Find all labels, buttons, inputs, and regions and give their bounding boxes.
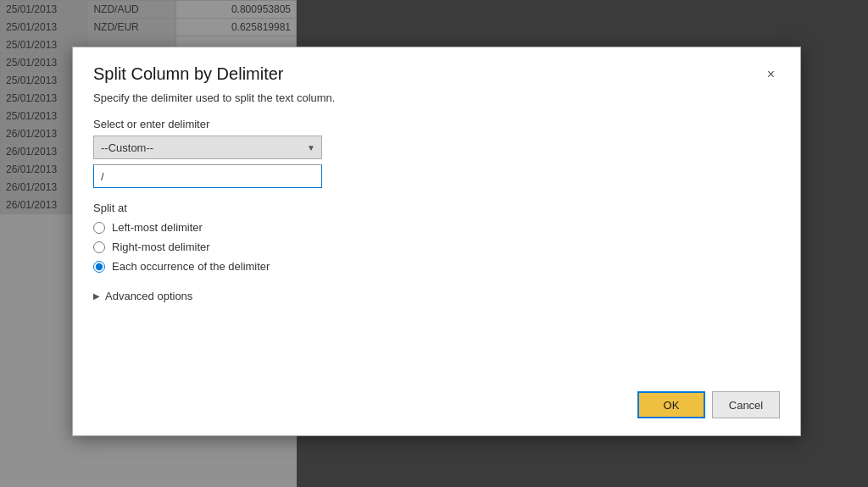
dialog-footer: OK Cancel [73,381,800,435]
dialog-title: Split Column by Delimiter [93,64,284,84]
radio-each-occurrence-label: Each occurrence of the delimiter [112,260,270,273]
delimiter-select-wrapper: --Custom-- [93,136,322,159]
delimiter-input[interactable] [93,164,322,188]
close-button[interactable]: × [762,64,780,85]
cancel-button[interactable]: Cancel [712,391,780,418]
advanced-options-toggle[interactable]: ▶ Advanced options [93,290,780,302]
dialog-header: Split Column by Delimiter × [73,47,800,91]
split-at-radio-group: Left-most delimiter Right-most delimiter… [93,221,780,273]
split-at-label: Split at [93,202,780,214]
delimiter-select[interactable]: --Custom-- [93,136,322,159]
dialog-subtitle: Specify the delimiter used to split the … [73,91,800,118]
radio-right-most-input[interactable] [93,241,105,253]
advanced-options-triangle-icon: ▶ [93,291,100,301]
radio-right-most[interactable]: Right-most delimiter [93,241,780,253]
radio-left-most[interactable]: Left-most delimiter [93,221,780,234]
radio-left-most-label: Left-most delimiter [112,221,203,234]
radio-right-most-label: Right-most delimiter [112,241,210,253]
radio-each-occurrence-input[interactable] [93,261,105,273]
radio-each-occurrence[interactable]: Each occurrence of the delimiter [93,260,780,273]
advanced-options-label: Advanced options [105,290,192,302]
split-column-dialog: Split Column by Delimiter × Specify the … [72,47,801,436]
radio-left-most-input[interactable] [93,222,105,234]
ok-button[interactable]: OK [637,391,705,418]
dialog-body: Select or enter delimiter --Custom-- Spl… [73,118,800,381]
delimiter-label: Select or enter delimiter [93,118,780,130]
